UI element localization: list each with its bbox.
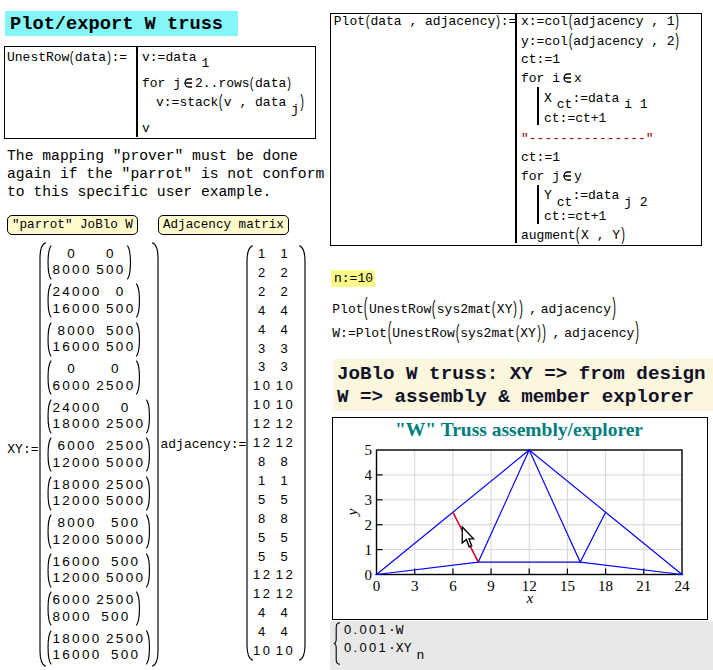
svg-text:15: 15	[560, 578, 575, 594]
svg-text:9: 9	[487, 578, 495, 594]
svg-text:0: 0	[365, 567, 373, 583]
svg-text:1: 1	[365, 542, 373, 558]
svg-text:x: x	[526, 589, 534, 606]
svg-text:18: 18	[598, 578, 613, 594]
svg-text:y: y	[343, 508, 360, 517]
svg-text:3: 3	[365, 492, 373, 508]
svg-text:3: 3	[411, 578, 419, 594]
svg-text:2: 2	[365, 517, 373, 533]
svg-text:0: 0	[373, 578, 381, 594]
svg-text:24: 24	[675, 578, 691, 594]
svg-text:5: 5	[365, 442, 373, 458]
svg-text:6: 6	[449, 578, 457, 594]
svg-text:21: 21	[636, 578, 651, 594]
svg-text:4: 4	[365, 467, 373, 483]
